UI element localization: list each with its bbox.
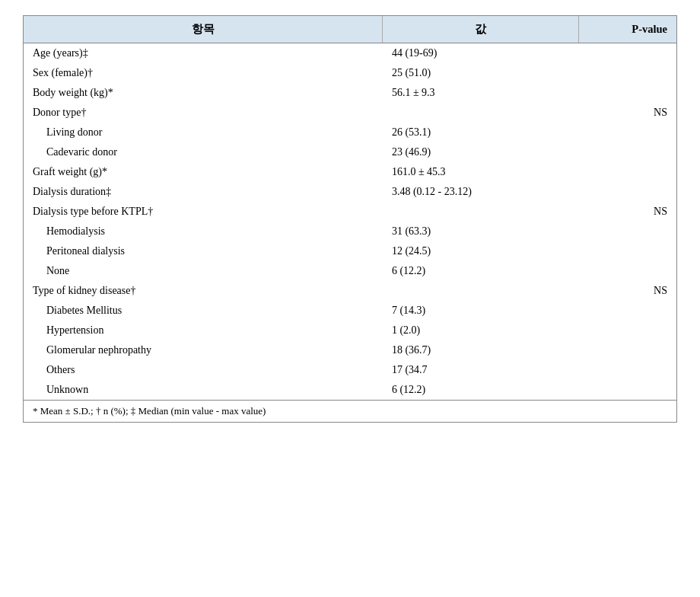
cell-label: Age (years)‡ xyxy=(24,43,383,64)
cell-label: Hypertension xyxy=(24,321,383,340)
cell-pvalue xyxy=(578,360,676,380)
cell-pvalue xyxy=(578,162,676,182)
cell-label: Body weight (kg)* xyxy=(24,83,383,103)
table-row: Body weight (kg)*56.1 ± 9.3 xyxy=(24,83,676,103)
cell-pvalue: NS xyxy=(578,202,676,222)
cell-pvalue xyxy=(578,261,676,281)
cell-label: Type of kidney disease† xyxy=(24,281,383,301)
cell-label: Diabetes Mellitus xyxy=(24,301,383,321)
table-row: Type of kidney disease†NS xyxy=(24,281,676,301)
table-row: Hemodialysis31 (63.3) xyxy=(24,222,676,241)
cell-value xyxy=(383,202,578,222)
cell-label: Donor type† xyxy=(24,103,383,123)
table-row: Donor type†NS xyxy=(24,103,676,123)
footnote-row: * Mean ± S.D.; † n (%); ‡ Median (min va… xyxy=(24,401,676,423)
cell-value: 3.48 (0.12 - 23.12) xyxy=(383,182,578,202)
table-row: Cadevaric donor23 (46.9) xyxy=(24,142,676,162)
footnote-text: * Mean ± S.D.; † n (%); ‡ Median (min va… xyxy=(24,401,676,423)
cell-label: Living donor xyxy=(24,123,383,142)
cell-pvalue: NS xyxy=(578,103,676,123)
cell-pvalue xyxy=(578,222,676,241)
table-row: Sex (female)†25 (51.0) xyxy=(24,63,676,83)
data-table: 항목 값 P-value Age (years)‡44 (19-69)Sex (… xyxy=(24,16,676,422)
table-row: Dialysis duration‡3.48 (0.12 - 23.12) xyxy=(24,182,676,202)
header-item: 항목 xyxy=(24,16,383,43)
table-row: Dialysis type before KTPL†NS xyxy=(24,202,676,222)
table-row: Peritoneal dialysis12 (24.5) xyxy=(24,241,676,261)
cell-pvalue xyxy=(578,321,676,340)
cell-value: 161.0 ± 45.3 xyxy=(383,162,578,182)
cell-value: 7 (14.3) xyxy=(383,301,578,321)
cell-label: Others xyxy=(24,360,383,380)
cell-value: 18 (36.7) xyxy=(383,340,578,360)
cell-pvalue xyxy=(578,380,676,401)
cell-pvalue xyxy=(578,182,676,202)
cell-value: 31 (63.3) xyxy=(383,222,578,241)
cell-label: Graft weight (g)* xyxy=(24,162,383,182)
cell-label: Dialysis duration‡ xyxy=(24,182,383,202)
table-row: Unknown6 (12.2) xyxy=(24,380,676,401)
cell-value: 17 (34.7 xyxy=(383,360,578,380)
header-pvalue: P-value xyxy=(578,16,676,43)
table-row: Graft weight (g)*161.0 ± 45.3 xyxy=(24,162,676,182)
cell-value xyxy=(383,281,578,301)
cell-label: Unknown xyxy=(24,380,383,401)
cell-label: Cadevaric donor xyxy=(24,142,383,162)
cell-value: 12 (24.5) xyxy=(383,241,578,261)
cell-pvalue xyxy=(578,123,676,142)
table-row: Age (years)‡44 (19-69) xyxy=(24,43,676,64)
cell-value: 44 (19-69) xyxy=(383,43,578,64)
cell-label: Glomerular nephropathy xyxy=(24,340,383,360)
cell-label: Sex (female)† xyxy=(24,63,383,83)
cell-value: 1 (2.0) xyxy=(383,321,578,340)
header-value: 값 xyxy=(383,16,578,43)
cell-value: 26 (53.1) xyxy=(383,123,578,142)
cell-pvalue xyxy=(578,63,676,83)
cell-pvalue xyxy=(578,142,676,162)
cell-pvalue xyxy=(578,301,676,321)
table-row: Hypertension1 (2.0) xyxy=(24,321,676,340)
cell-value: 56.1 ± 9.3 xyxy=(383,83,578,103)
table-row: Diabetes Mellitus7 (14.3) xyxy=(24,301,676,321)
cell-value xyxy=(383,103,578,123)
cell-value: 6 (12.2) xyxy=(383,380,578,401)
main-table-container: 항목 값 P-value Age (years)‡44 (19-69)Sex (… xyxy=(23,15,677,423)
cell-label: Dialysis type before KTPL† xyxy=(24,202,383,222)
cell-value: 6 (12.2) xyxy=(383,261,578,281)
cell-value: 23 (46.9) xyxy=(383,142,578,162)
cell-pvalue xyxy=(578,43,676,64)
table-row: Others17 (34.7 xyxy=(24,360,676,380)
cell-label: Peritoneal dialysis xyxy=(24,241,383,261)
cell-label: Hemodialysis xyxy=(24,222,383,241)
cell-pvalue: NS xyxy=(578,281,676,301)
cell-pvalue xyxy=(578,241,676,261)
table-row: Living donor26 (53.1) xyxy=(24,123,676,142)
cell-pvalue xyxy=(578,340,676,360)
cell-label: None xyxy=(24,261,383,281)
table-row: Glomerular nephropathy18 (36.7) xyxy=(24,340,676,360)
table-row: None6 (12.2) xyxy=(24,261,676,281)
cell-pvalue xyxy=(578,83,676,103)
cell-value: 25 (51.0) xyxy=(383,63,578,83)
